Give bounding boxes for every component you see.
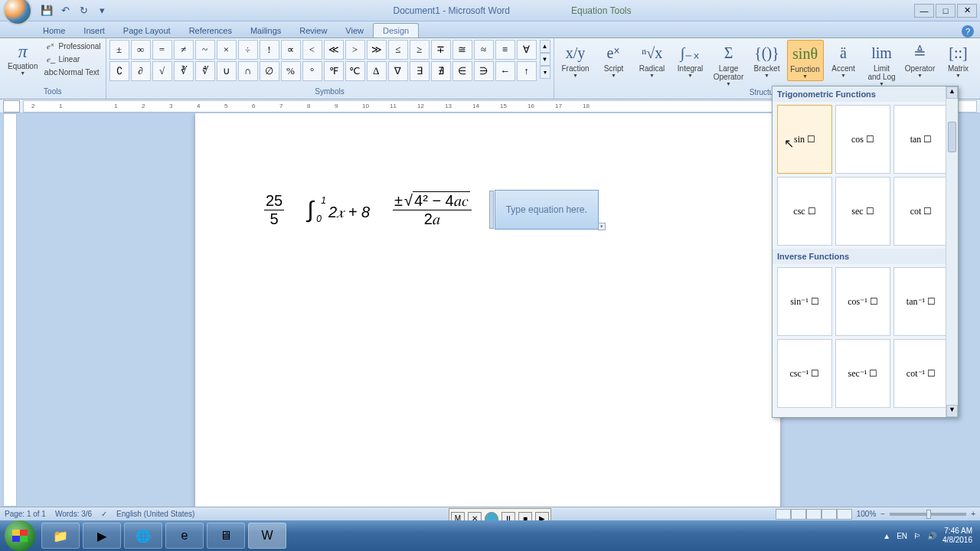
gallery-item[interactable]: cos⁻¹ ☐ [835, 267, 890, 336]
task-chrome[interactable]: 🌐 [124, 523, 162, 549]
structure-operator[interactable]: ≜Operator▼ [902, 40, 939, 80]
symbol-cell[interactable]: ∁ [109, 61, 129, 81]
symbol-cell[interactable]: < [302, 40, 322, 60]
tab-insert[interactable]: Insert [74, 24, 114, 37]
equation-handle[interactable] [489, 191, 494, 229]
symbol-cell[interactable]: ÷ [238, 40, 258, 60]
symbol-cell[interactable]: × [217, 40, 237, 60]
symbol-cell[interactable]: ~ [195, 40, 215, 60]
equation-placeholder[interactable]: Type equation here. ▾ [495, 190, 599, 230]
gallery-item[interactable]: sec ☐ [835, 177, 890, 246]
symbol-cell[interactable]: ∅ [260, 61, 279, 81]
symbol-cell[interactable]: ≈ [474, 40, 494, 60]
symbol-cell[interactable]: ∜ [195, 61, 215, 81]
task-word[interactable]: W [248, 523, 286, 549]
minimize-button[interactable]: — [914, 4, 934, 18]
task-app[interactable]: 🖥 [207, 523, 245, 549]
status-page[interactable]: Page: 1 of 1 [5, 510, 46, 518]
symbol-cell[interactable]: = [152, 40, 172, 60]
symbol-cell[interactable]: ℃ [345, 61, 365, 81]
page[interactable]: 25 5 ∫10 2𝑥 + 8 ±4² − 4𝑎𝑐 2𝑎 Type equati… [195, 113, 780, 507]
equation-fraction[interactable]: 25 5 [264, 192, 284, 228]
gallery-item[interactable]: sec⁻¹ ☐ [835, 339, 890, 408]
symbol-cell[interactable]: ∪ [217, 61, 237, 81]
symbol-cell[interactable]: ∇ [388, 61, 408, 81]
task-media[interactable]: ▶ [83, 523, 121, 549]
structure-function[interactable]: sinθFunction▼ [787, 40, 824, 81]
symbol-cell[interactable]: ∩ [238, 61, 258, 81]
tab-design[interactable]: Design [373, 23, 419, 37]
professional-button[interactable]: 𝑒ˣProfessional [44, 40, 102, 52]
close-button[interactable]: ✕ [957, 4, 977, 18]
status-language[interactable]: English (United States) [116, 510, 194, 518]
gallery-item[interactable]: tan⁻¹ ☐ [893, 267, 949, 336]
symbol-cell[interactable]: ≥ [410, 40, 430, 60]
structure-large-operator[interactable]: ΣLarge Operator▼ [710, 40, 747, 88]
symbol-cell[interactable]: ! [260, 40, 279, 60]
save-icon[interactable]: 💾 [38, 2, 55, 19]
gallery-item[interactable]: cot⁻¹ ☐ [893, 339, 949, 408]
start-button[interactable] [5, 520, 35, 551]
zoom-slider[interactable] [890, 513, 966, 516]
symbol-cell[interactable]: ≠ [174, 40, 194, 60]
linear-button[interactable]: 𝑒_Linear [44, 53, 102, 65]
symbol-cell[interactable]: ∆ [367, 61, 387, 81]
task-explorer[interactable]: 📁 [41, 523, 80, 549]
symbol-scroll[interactable]: ▲▼▾ [540, 40, 550, 79]
symbol-cell[interactable]: ∄ [431, 61, 451, 81]
tab-mailings[interactable]: Mailings [241, 24, 290, 37]
symbol-cell[interactable]: > [345, 40, 365, 60]
symbol-cell[interactable]: ≫ [367, 40, 387, 60]
qat-more-icon[interactable]: ▾ [93, 2, 110, 19]
tab-review[interactable]: Review [290, 24, 336, 37]
symbol-cell[interactable]: ∞ [131, 40, 151, 60]
symbol-cell[interactable]: ≪ [324, 40, 344, 60]
structure-limit-and-log[interactable]: limLimit and Log▼ [864, 40, 900, 88]
symbol-cell[interactable]: ∛ [174, 61, 194, 81]
symbol-cell[interactable]: ∓ [431, 40, 451, 60]
tab-references[interactable]: References [180, 24, 241, 37]
gallery-item[interactable]: cot ☐ [893, 177, 949, 246]
redo-icon[interactable]: ↻ [75, 2, 92, 19]
equation-integral[interactable]: ∫10 2𝑥 + 8 [307, 197, 370, 223]
symbol-cell[interactable]: √ [152, 61, 172, 81]
structure-integral[interactable]: ∫₋ₓIntegral▼ [672, 40, 709, 80]
structure-accent[interactable]: äAccent▼ [825, 40, 862, 80]
undo-icon[interactable]: ↶ [57, 2, 74, 19]
symbol-cell[interactable]: ↑ [517, 61, 537, 81]
system-tray[interactable]: ▲ EN 🏳🔊 7:46 AM4/8/2016 [883, 527, 980, 545]
symbol-cell[interactable]: ∃ [410, 61, 430, 81]
structure-bracket[interactable]: {()}Bracket▼ [749, 40, 786, 80]
task-ie[interactable]: e [165, 523, 204, 549]
vertical-ruler[interactable] [3, 113, 17, 507]
symbol-cell[interactable]: ≅ [452, 40, 472, 60]
tab-page-layout[interactable]: Page Layout [114, 24, 180, 37]
symbol-cell[interactable]: ← [495, 61, 515, 81]
gallery-item[interactable]: tan ☐ [893, 105, 949, 174]
equation-button[interactable]: π Equation ▼ [3, 40, 42, 77]
symbol-cell[interactable]: ∝ [281, 40, 301, 60]
symbol-cell[interactable]: ∂ [131, 61, 151, 81]
maximize-button[interactable]: □ [936, 4, 956, 18]
symbol-cell[interactable]: % [281, 61, 301, 81]
symbol-cell[interactable]: ≡ [495, 40, 515, 60]
tab-home[interactable]: Home [34, 24, 74, 37]
symbol-cell[interactable]: ∋ [474, 61, 494, 81]
gallery-scrollbar[interactable]: ▲▼ [946, 86, 958, 417]
gallery-item[interactable]: cos ☐ [835, 105, 890, 174]
gallery-item[interactable]: csc⁻¹ ☐ [777, 339, 832, 408]
zoom-level[interactable]: 100% [857, 510, 877, 518]
tab-selector[interactable] [3, 100, 20, 112]
symbol-cell[interactable]: ≤ [388, 40, 408, 60]
symbol-cell[interactable]: ° [302, 61, 322, 81]
gallery-item[interactable]: sin⁻¹ ☐ [777, 267, 832, 336]
symbol-cell[interactable]: ∀ [517, 40, 537, 60]
equation-options-icon[interactable]: ▾ [598, 223, 606, 230]
help-icon[interactable]: ? [962, 25, 974, 37]
normal-text-button[interactable]: abcNormal Text [44, 66, 102, 78]
gallery-item[interactable]: sin ☐ [777, 105, 832, 174]
structure-matrix[interactable]: [::]Matrix▼ [940, 40, 977, 80]
view-buttons[interactable] [776, 509, 852, 520]
equation-quadratic[interactable]: ±4² − 4𝑎𝑐 2𝑎 [393, 192, 472, 228]
gallery-item[interactable]: csc ☐ [777, 177, 832, 246]
